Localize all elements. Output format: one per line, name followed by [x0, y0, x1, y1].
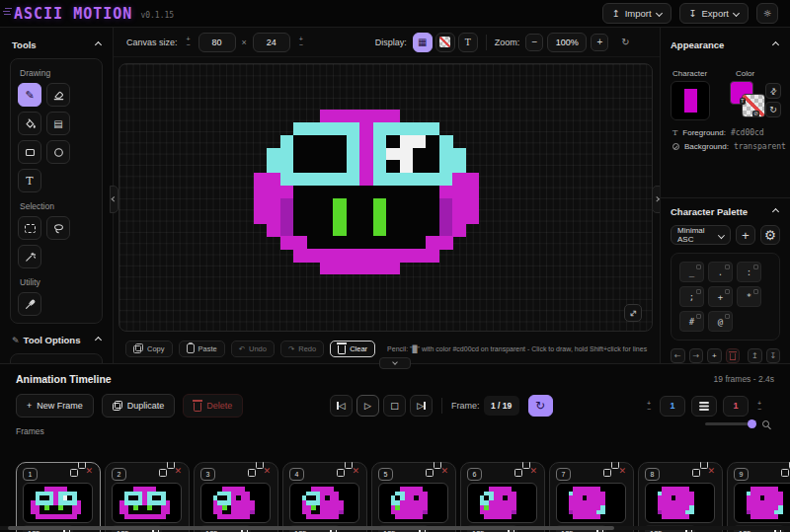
text-tool-label: T: [26, 175, 33, 188]
import-button[interactable]: ↥ Import: [602, 3, 672, 24]
slider-knob[interactable]: [748, 419, 756, 428]
zoom-in-button[interactable]: +: [591, 34, 608, 51]
swap-colors-button[interactable]: ⇄: [765, 83, 781, 99]
delete-frame-icon[interactable]: ✕: [440, 466, 448, 476]
character-palette-settings-button[interactable]: ⚙: [760, 225, 780, 245]
tool-options-header[interactable]: ✎ Tool Options: [0, 335, 113, 345]
frame-card[interactable]: 6 ✕ 125 ms: [460, 462, 545, 532]
cells-icon: ▤: [53, 118, 62, 129]
character-preset-dropdown[interactable]: Minimal ASC: [671, 225, 731, 245]
last-frame-button[interactable]: ▷: [410, 395, 433, 417]
paste-button[interactable]: Paste: [179, 341, 225, 357]
fullscreen-button[interactable]: ↕: [624, 304, 642, 322]
palette-character[interactable]: .: [708, 262, 733, 282]
pencil-tool-button[interactable]: ✎: [18, 83, 41, 107]
paste-icon: [187, 343, 195, 353]
palette-character[interactable]: +: [708, 286, 733, 307]
frame-card[interactable]: 1 ✕ 125 ms: [16, 462, 101, 532]
delete-frame-icon[interactable]: ✕: [529, 466, 537, 476]
delete-frame-icon[interactable]: ✕: [174, 466, 182, 476]
frame-card[interactable]: 5 ✕ 125 ms: [371, 462, 456, 532]
frame-card[interactable]: 4 ✕ 125 ms: [282, 462, 367, 532]
delete-frame-icon[interactable]: ✕: [352, 466, 359, 476]
lasso-tool-button[interactable]: [46, 216, 70, 240]
magic-wand-tool-button[interactable]: [18, 245, 41, 268]
slider-track[interactable]: [705, 422, 756, 425]
delete-frame-icon[interactable]: ✕: [85, 466, 93, 476]
palette-character[interactable]: #: [679, 311, 704, 332]
ellipse-tool-button[interactable]: [46, 140, 70, 164]
copy-icon: [133, 343, 143, 353]
onion-next-stepper[interactable]: +−: [754, 401, 764, 412]
frame-card[interactable]: 3 ✕ 125 ms: [194, 462, 278, 532]
palette-character[interactable]: :: [737, 262, 761, 282]
frames-scrollbar-thumb[interactable]: [8, 526, 614, 530]
palette-export-button[interactable]: ↥: [748, 348, 762, 363]
palette-character[interactable]: ;: [679, 286, 704, 307]
download-icon: ↧: [769, 351, 776, 360]
undo-button[interactable]: ↶Undo: [231, 341, 275, 357]
delete-label: Delete: [206, 401, 232, 411]
palette-add-button[interactable]: +: [707, 348, 722, 363]
transparency-display-toggle[interactable]: [435, 33, 455, 52]
app-version: v0.1.15: [140, 11, 174, 20]
palette-delete-button[interactable]: [726, 348, 741, 363]
paint-bucket-tool-button[interactable]: [18, 112, 41, 135]
text-display-toggle[interactable]: T: [458, 33, 478, 52]
delete-frame-icon[interactable]: ✕: [707, 466, 715, 476]
text-tool-button[interactable]: T: [18, 169, 41, 192]
canvas-width-input[interactable]: 80: [198, 33, 236, 52]
zoom-reset-button[interactable]: ↻: [616, 34, 634, 51]
export-button[interactable]: ↧ Export: [679, 3, 749, 24]
onion-prev-stepper[interactable]: +−: [644, 401, 654, 412]
eraser-tool-button[interactable]: [46, 83, 70, 107]
zoom-out-button[interactable]: −: [525, 34, 543, 51]
frame-card[interactable]: 2 ✕ 125 ms: [105, 462, 190, 532]
first-frame-button[interactable]: ◁: [330, 395, 353, 417]
frame-card[interactable]: 9 ✕ 125 ms: [727, 462, 790, 532]
theme-toggle-button[interactable]: ☼: [756, 3, 778, 24]
tools-section-header[interactable]: Tools: [0, 39, 113, 50]
chevron-right-icon: [654, 197, 659, 202]
delete-frame-icon[interactable]: ✕: [263, 466, 271, 476]
stop-button[interactable]: □: [383, 395, 406, 417]
timeline-collapse-tab[interactable]: [379, 357, 411, 369]
rectangle-tool-button[interactable]: [18, 140, 41, 164]
frame-card[interactable]: 7 ✕ 125 ms: [549, 462, 634, 532]
selected-character-preview[interactable]: [671, 81, 710, 120]
delete-frame-button[interactable]: Delete: [183, 394, 243, 418]
appearance-header[interactable]: Appearance: [661, 39, 790, 50]
add-character-palette-button[interactable]: +: [736, 225, 755, 245]
delete-frame-icon[interactable]: ✕: [618, 466, 626, 476]
canvas-height-input[interactable]: 24: [253, 33, 290, 52]
palette-character[interactable]: _: [679, 262, 704, 282]
palette-character[interactable]: *: [737, 286, 761, 307]
palette-character[interactable]: @: [708, 311, 733, 332]
frame-thumbnail: [23, 483, 93, 523]
palette-prev-button[interactable]: ←: [671, 348, 685, 363]
copy-button[interactable]: Copy: [125, 341, 173, 357]
duplicate-frame-button[interactable]: Duplicate: [102, 394, 176, 418]
rect-select-tool-button[interactable]: [18, 216, 41, 240]
height-stepper[interactable]: +−: [296, 37, 306, 47]
onion-skin-toggle[interactable]: [691, 396, 717, 417]
drawing-canvas[interactable]: ↕: [118, 63, 653, 332]
character-palette-header[interactable]: Character Palette: [661, 206, 790, 217]
clear-button[interactable]: Clear: [330, 341, 375, 357]
collapse-left-panel-tab[interactable]: [110, 186, 118, 213]
play-button[interactable]: ▷: [356, 395, 379, 417]
redo-button[interactable]: ↷Redo: [280, 341, 324, 357]
frame-card[interactable]: 8 ✕ 125 ms: [638, 462, 723, 532]
frame-thumbnail: [289, 483, 359, 523]
frame-art: [742, 487, 790, 519]
reset-colors-button[interactable]: ↻: [765, 102, 781, 117]
pattern-tool-button[interactable]: ▤: [46, 112, 70, 135]
eyedropper-tool-button[interactable]: [18, 292, 41, 316]
width-stepper[interactable]: +−: [184, 37, 194, 47]
palette-import-button[interactable]: ↧: [766, 348, 781, 363]
grid-display-toggle[interactable]: ▦: [413, 33, 433, 52]
frame-number: 2: [112, 468, 126, 481]
palette-next-button[interactable]: →: [689, 348, 704, 363]
loop-toggle-button[interactable]: ↻: [528, 395, 553, 417]
new-frame-button[interactable]: + New Frame: [16, 394, 94, 418]
